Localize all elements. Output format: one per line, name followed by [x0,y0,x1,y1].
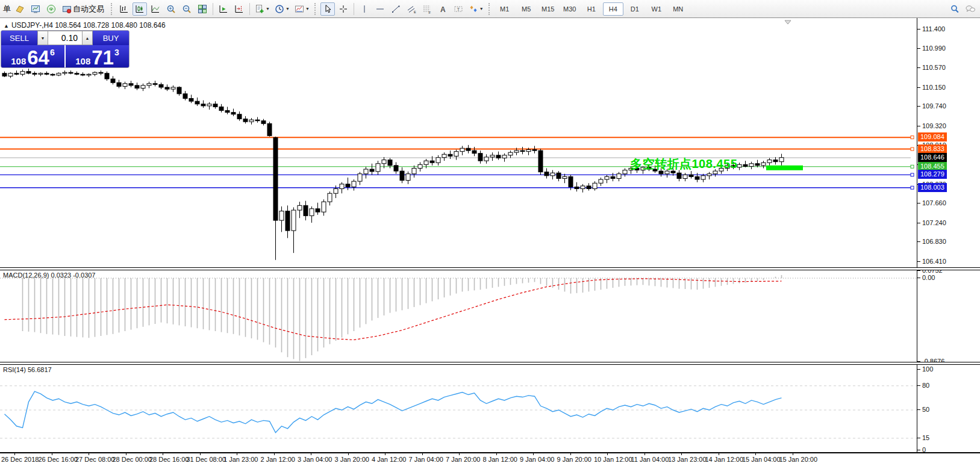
search-button[interactable] [947,2,962,16]
indicators-button[interactable]: ▼ [253,2,272,16]
turning-point-annotation: 多空转折点108.455 [630,156,737,172]
chart-shift-icon [234,4,244,14]
time-axis-tick [793,453,793,455]
charts-window-button[interactable] [28,2,43,16]
time-axis[interactable]: 26 Dec 201826 Dec 16:0027 Dec 08:0028 De… [0,453,980,466]
template-icon [295,4,304,14]
price-axis-tick: 110.570 [922,64,946,71]
arrows-tool-button[interactable]: ▼ [467,2,485,16]
timeframe-button-d1[interactable]: D1 [625,2,645,16]
auto-scroll-button[interactable] [216,2,231,16]
sell-button[interactable]: SELL [1,31,37,45]
price-axis-tick: 109.740 [922,102,946,110]
line-chart-button[interactable] [148,2,163,16]
chat-button[interactable] [963,2,978,16]
time-axis-label: 28 Dec 00:00 [113,456,152,463]
time-axis-label: 3 Jan 20:00 [335,456,370,463]
chart-title-text: USDJPY-,H4 108.564 108.728 108.480 108.6… [11,21,166,30]
volume-increase-button[interactable]: ▲ [82,31,93,45]
candlestick-chart-button[interactable] [133,2,147,16]
equidistant-channel-tool-button[interactable]: E [404,2,419,16]
timeframe-button-h1[interactable]: H1 [581,2,602,16]
vertical-line-icon [360,4,369,14]
panel-separator[interactable] [0,267,980,270]
current-price-label: 108.646 [918,153,947,162]
trendline-tool-button[interactable] [389,2,403,16]
periods-button[interactable]: ▼ [273,2,292,16]
macd-label: MACD(12,26,9) 0.0323 -0.0307 [3,272,95,279]
new-order-icon-button[interactable] [13,2,27,16]
monitor-chart-icon [31,4,40,14]
signal-button[interactable] [44,2,58,16]
collapse-triangle-icon[interactable]: ▲ [4,23,9,29]
timeframe-button-w1[interactable]: W1 [646,2,667,16]
time-axis-label: 31 Dec 08:00 [187,456,226,463]
candlestick-chart [0,18,917,267]
time-axis-tick [459,453,460,455]
bar-chart-button[interactable] [117,2,131,16]
time-axis-label: 7 Jan 04:00 [409,456,444,463]
timeframe-button-m5[interactable]: M5 [516,2,537,16]
macd-axis-tick: 0.00 [922,274,935,281]
new-order-button[interactable]: 单 [3,4,11,14]
time-axis-label: 27 Dec 08:00 [75,456,114,463]
time-axis-label: 14 Jan 12:00 [705,456,744,463]
autotrade-label: 自动交易 [73,4,104,14]
toolbar-grip[interactable] [314,3,317,15]
sell-price-prefix: 108 [11,57,26,66]
text-tool-button[interactable]: A [435,2,450,16]
macd-panel[interactable]: MACD(12,26,9) 0.0323 -0.0307 [0,270,917,362]
price-axis-tick: 107.660 [922,199,946,207]
vertical-line-tool-button[interactable] [357,2,372,16]
rsi-panel[interactable]: RSI(14) 56.6817 [0,364,917,452]
panel-separator[interactable] [0,362,980,365]
bar-chart-icon [119,4,129,14]
timeframe-button-m15[interactable]: M15 [538,2,558,16]
horizontal-line-tool-button[interactable] [373,2,387,16]
sell-price-big: 64 [27,50,49,66]
horizontal-line-icon [375,4,385,14]
cursor-icon [323,4,332,14]
toolbar: 单 自动交易 [0,0,980,18]
chat-bubbles-icon [965,4,976,14]
fibonacci-icon: F [422,4,432,14]
volume-decrease-button[interactable]: ▼ [37,31,48,45]
chart-title: ▲USDJPY-,H4 108.564 108.728 108.480 108.… [4,21,166,30]
cursor-tool-button[interactable] [320,2,335,16]
toolbar-grip[interactable] [488,3,492,15]
timeframe-button-h4[interactable]: H4 [603,2,623,16]
templates-button[interactable]: ▼ [293,2,311,16]
text-icon: A [438,4,448,14]
timeframe-group: M1M5M15M30H1H4D1W1MN [494,2,689,16]
time-axis-tick [533,453,534,455]
channel-icon: E [407,4,416,14]
price-chart-panel[interactable]: ▲USDJPY-,H4 108.564 108.728 108.480 108.… [0,18,917,267]
text-label-icon: T [454,4,463,14]
volume-input[interactable]: 0.10 [48,31,82,45]
fibonacci-tool-button[interactable]: F [420,2,434,16]
chart-shift-button[interactable] [232,2,246,16]
autotrade-button[interactable]: 自动交易 [60,2,108,16]
clock-icon [275,4,284,14]
crosshair-tool-button[interactable] [336,2,351,16]
time-axis-label: 15 Jan 04:00 [742,456,781,463]
timeframe-button-m30[interactable]: M30 [560,2,580,16]
buy-button[interactable]: BUY [93,31,129,45]
timeframe-button-m1[interactable]: M1 [495,2,515,16]
time-axis-tick [52,453,52,455]
price-axis[interactable]: 111.400110.990110.570110.150109.740109.3… [917,18,980,452]
timeframe-button-mn[interactable]: MN [668,2,688,16]
time-axis-tick [126,453,126,455]
time-axis-label: 26 Dec 16:00 [39,456,78,463]
buy-price-display[interactable]: 108 71 3 [66,45,129,67]
tile-windows-button[interactable] [195,2,210,16]
zoom-in-button[interactable] [164,2,178,16]
zoom-out-icon [182,4,192,14]
toolbar-grip[interactable] [111,3,114,15]
time-axis-tick [311,453,311,455]
sell-price-display[interactable]: 108 64 6 [1,45,66,67]
text-label-tool-button[interactable]: T [451,2,466,16]
zoom-out-button[interactable] [179,2,194,16]
rsi-chart [0,364,917,452]
buy-price-pip: 3 [114,48,119,57]
